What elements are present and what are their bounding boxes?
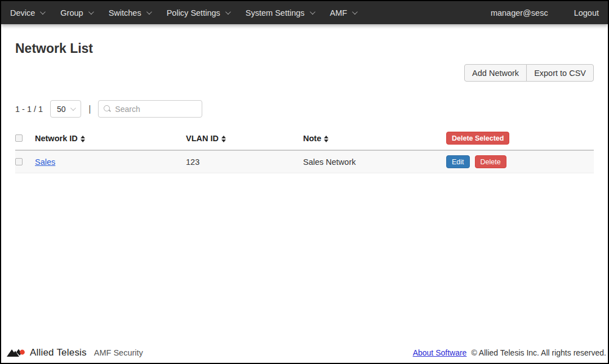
vlan-id-cell: 123 bbox=[186, 150, 303, 173]
delete-button[interactable]: Delete bbox=[475, 155, 506, 168]
nav-item-amf[interactable]: AMF bbox=[330, 8, 357, 17]
column-header-network-id[interactable]: Network ID bbox=[35, 128, 186, 150]
chevron-down-icon bbox=[40, 9, 46, 15]
list-controls: 1 - 1 / 1 50 | bbox=[15, 100, 594, 118]
chevron-down-icon bbox=[352, 9, 358, 15]
search-input[interactable] bbox=[115, 105, 197, 114]
sort-icon bbox=[221, 136, 226, 142]
nav-item-system-settings[interactable]: System Settings bbox=[246, 8, 314, 17]
chevron-down-icon bbox=[310, 9, 315, 15]
nav-item-policy-settings[interactable]: Policy Settings bbox=[167, 8, 229, 17]
toolbar-button-group: Add Network Export to CSV bbox=[464, 64, 594, 82]
allied-telesis-logo-icon bbox=[7, 348, 25, 358]
page-size-select[interactable]: 50 bbox=[50, 100, 81, 118]
copyright-text: © Allied Telesis Inc. All rights reserve… bbox=[471, 348, 606, 357]
nav-item-switches[interactable]: Switches bbox=[109, 8, 150, 17]
nav-item-label: Switches bbox=[109, 8, 141, 17]
logout-button[interactable]: Logout bbox=[574, 8, 599, 17]
note-cell: Sales Network bbox=[303, 150, 446, 173]
search-icon bbox=[104, 105, 111, 113]
delete-selected-button[interactable]: Delete Selected bbox=[446, 132, 509, 145]
column-header-note[interactable]: Note bbox=[303, 128, 446, 150]
nav-item-label: System Settings bbox=[246, 8, 305, 17]
brand-name: Allied Telesis bbox=[30, 347, 87, 358]
nav-item-label: Policy Settings bbox=[167, 8, 220, 17]
table-row: Sales 123 Sales Network Edit Delete bbox=[15, 150, 594, 173]
main-content: Network List Add Network Export to CSV 1… bbox=[1, 24, 608, 343]
chevron-down-icon bbox=[225, 9, 231, 15]
nav-item-label: AMF bbox=[330, 8, 348, 17]
column-header-vlan-id[interactable]: VLAN ID bbox=[186, 128, 303, 150]
add-network-button[interactable]: Add Network bbox=[464, 64, 527, 82]
sort-icon bbox=[324, 136, 328, 142]
separator: | bbox=[88, 104, 91, 114]
about-software-link[interactable]: About Software bbox=[413, 348, 467, 357]
nav-item-group[interactable]: Group bbox=[60, 8, 92, 17]
table-header-row: Network ID VLAN ID Note Delete Selected bbox=[15, 128, 594, 150]
row-checkbox[interactable] bbox=[15, 158, 23, 165]
chevron-down-icon bbox=[146, 9, 152, 15]
app-name: AMF Security bbox=[94, 348, 143, 357]
chevron-down-icon bbox=[88, 9, 94, 15]
network-id-link[interactable]: Sales bbox=[35, 158, 55, 167]
page-size-value: 50 bbox=[57, 105, 66, 114]
page-title: Network List bbox=[15, 41, 594, 56]
chevron-down-icon bbox=[70, 105, 76, 111]
nav-item-label: Device bbox=[10, 8, 35, 17]
toolbar: Add Network Export to CSV bbox=[15, 64, 594, 82]
export-csv-button[interactable]: Export to CSV bbox=[526, 64, 594, 82]
sort-icon bbox=[81, 136, 85, 142]
nav-item-label: Group bbox=[60, 8, 83, 17]
footer: Allied Telesis AMF Security About Softwa… bbox=[1, 343, 608, 363]
search-box bbox=[98, 100, 202, 118]
select-all-checkbox[interactable] bbox=[15, 134, 23, 142]
nav-item-device[interactable]: Device bbox=[10, 8, 44, 17]
pagination-range: 1 - 1 / 1 bbox=[15, 105, 43, 114]
network-table: Network ID VLAN ID Note Delete Selected … bbox=[15, 128, 594, 173]
edit-button[interactable]: Edit bbox=[446, 155, 470, 168]
logged-in-user: manager@sesc bbox=[491, 8, 548, 17]
top-navbar: Device Group Switches Policy Settings Sy… bbox=[1, 1, 608, 24]
